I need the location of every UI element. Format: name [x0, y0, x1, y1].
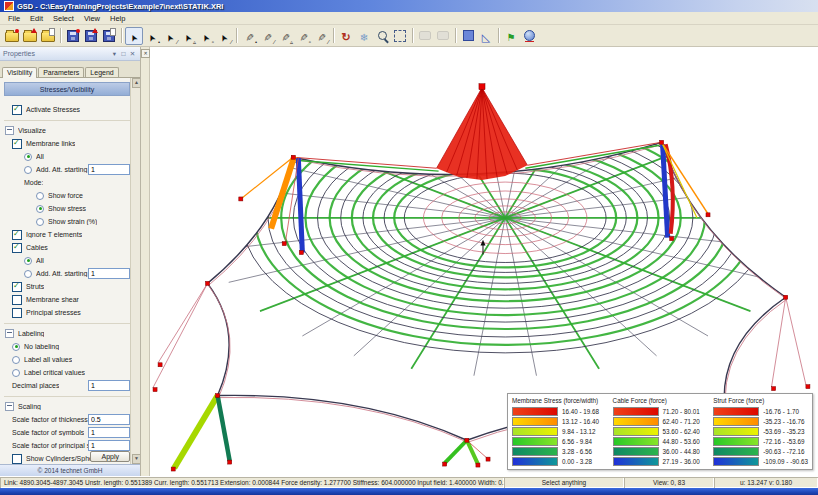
toolbar-separator	[498, 28, 499, 43]
legend-range-label: 27.19 - 36.00	[663, 458, 700, 465]
legend-swatch	[613, 407, 659, 416]
show-cylinders-checkbox[interactable]	[12, 454, 22, 464]
membrane-links-row: Membrane links	[4, 137, 130, 150]
tab-visibility[interactable]: Visibility	[2, 67, 37, 78]
menu-bar: File Edit Select View Help	[0, 12, 818, 25]
dock-pin-icon[interactable]: □	[119, 50, 128, 57]
principal-stresses-checkbox[interactable]	[12, 308, 22, 318]
solid-view-tool-icon[interactable]	[459, 27, 477, 45]
web-update-tool-icon[interactable]	[520, 27, 538, 45]
show-force-radio[interactable]	[36, 192, 44, 200]
dock-menu-icon[interactable]: ▾	[110, 50, 119, 58]
label-all-radio[interactable]	[12, 356, 20, 364]
save-project-as-icon[interactable]	[100, 27, 118, 45]
struts-label: Struts	[26, 283, 44, 290]
create-link-tool-icon[interactable]	[258, 27, 276, 45]
open-project-new-icon[interactable]	[39, 27, 57, 45]
cables-all-radio[interactable]	[24, 257, 32, 265]
status-bar: Link: 4890.3045-4897.3045 Unstr. length:…	[0, 476, 818, 488]
membrane-addatt-radio[interactable]	[24, 166, 32, 174]
struts-checkbox[interactable]	[12, 282, 22, 292]
apply-button[interactable]: Apply	[90, 451, 130, 462]
decimal-places-input[interactable]	[88, 380, 130, 391]
save-project-recent-icon[interactable]	[64, 27, 82, 45]
select-points-tool-icon[interactable]	[143, 27, 161, 45]
legend-range-label: -90.63 - -72.16	[763, 448, 804, 455]
panel-scrollbar[interactable]: ▲ ▼	[130, 78, 140, 464]
legend-range-label: 16.40 - 19.68	[562, 408, 599, 415]
label-critical-radio[interactable]	[12, 369, 20, 377]
select-links-tool-icon[interactable]	[161, 27, 179, 45]
cables-addatt-input[interactable]	[88, 268, 130, 279]
title-bar: GSD - C:\EasyTrainingProjects\Example7\n…	[0, 0, 818, 12]
open-project-alert-icon[interactable]	[21, 27, 39, 45]
open-project-recent-icon[interactable]	[3, 27, 21, 45]
scaling-collapse-icon[interactable]	[5, 402, 14, 411]
legend-swatch	[713, 417, 759, 426]
create-point-tool-icon[interactable]	[240, 27, 258, 45]
label-all-row: Label all values	[4, 353, 130, 366]
no-labeling-radio[interactable]	[12, 343, 20, 351]
legend-row: -53.69 - -35.23	[713, 426, 808, 436]
legend-row: 62.40 - 71.20	[613, 416, 706, 426]
select-tool-icon[interactable]	[125, 27, 143, 45]
scale-symbols-input[interactable]	[88, 427, 130, 438]
cables-addatt-radio[interactable]	[24, 270, 32, 278]
cables-checkbox[interactable]	[12, 243, 22, 253]
membrane-links-checkbox[interactable]	[12, 139, 22, 149]
select-quads-tool-icon[interactable]	[197, 27, 215, 45]
create-edge-tool-icon[interactable]	[312, 27, 330, 45]
main-area: Properties ▾ □ ✕ Visibility Parameters L…	[0, 47, 818, 476]
menu-file[interactable]: File	[4, 14, 24, 23]
toolbar-separator	[333, 28, 334, 43]
label-all-label: Label all values	[24, 356, 72, 363]
membrane-all-radio[interactable]	[24, 153, 32, 161]
panel-splitter[interactable]: ✕	[141, 47, 150, 476]
create-triangle-tool-icon[interactable]	[276, 27, 294, 45]
activate-stresses-checkbox[interactable]	[12, 105, 22, 115]
legend-row: 6.56 - 9.84	[512, 436, 605, 446]
ignore-t-checkbox[interactable]	[12, 230, 22, 240]
flag-tool-icon[interactable]	[502, 27, 520, 45]
legend-range-label: -109.09 - -90.63	[763, 458, 808, 465]
menu-help[interactable]: Help	[106, 14, 129, 23]
principal-stresses-row: Principal stresses	[4, 306, 130, 319]
label-critical-row: Label critical values	[4, 366, 130, 379]
splitter-close-icon[interactable]: ✕	[141, 49, 150, 58]
freeze-tool-icon[interactable]	[355, 27, 373, 45]
scale-thickness-input[interactable]	[88, 414, 130, 425]
legend-swatch	[713, 427, 759, 436]
zoom-extents-tool-icon[interactable]	[391, 27, 409, 45]
toolbar-separator	[455, 28, 456, 43]
show-strain-radio[interactable]	[36, 218, 44, 226]
save-project-alert-icon[interactable]	[82, 27, 100, 45]
tab-legend[interactable]: Legend	[85, 67, 118, 77]
recolor-tool-icon[interactable]	[337, 27, 355, 45]
select-edges-tool-icon[interactable]	[215, 27, 233, 45]
scroll-down-arrow[interactable]: ▼	[132, 454, 140, 464]
create-quad-tool-icon[interactable]	[294, 27, 312, 45]
legend-row: -109.09 - -90.63	[713, 456, 808, 466]
show-stress-radio[interactable]	[36, 205, 44, 213]
properties-panel: Properties ▾ □ ✕ Visibility Parameters L…	[0, 47, 141, 476]
struts-bottom-center	[445, 440, 487, 464]
scale-symbols-row: Scale factor of symbols	[4, 426, 130, 439]
visualize-collapse-icon[interactable]	[5, 126, 14, 135]
labeling-collapse-icon[interactable]	[5, 329, 14, 338]
measure-tool-icon[interactable]	[477, 27, 495, 45]
menu-edit[interactable]: Edit	[26, 14, 47, 23]
zoom-tool-icon[interactable]	[373, 27, 391, 45]
cables-label: Cables	[26, 244, 48, 251]
select-triangles-tool-icon[interactable]	[179, 27, 197, 45]
dock-close-icon[interactable]: ✕	[128, 50, 137, 58]
membrane-shear-checkbox[interactable]	[12, 295, 22, 305]
membrane-addatt-input[interactable]	[88, 164, 130, 175]
menu-view[interactable]: View	[80, 14, 104, 23]
drawing-canvas[interactable]: Membrane Stress (force/width)16.40 - 19.…	[150, 47, 818, 476]
tab-parameters[interactable]: Parameters	[38, 67, 84, 77]
legend-row: 53.60 - 62.40	[613, 426, 706, 436]
scroll-up-arrow[interactable]: ▲	[132, 78, 140, 88]
struts-row: Struts	[4, 280, 130, 293]
menu-select[interactable]: Select	[49, 14, 78, 23]
legend-range-label: 71.20 - 80.01	[663, 408, 700, 415]
